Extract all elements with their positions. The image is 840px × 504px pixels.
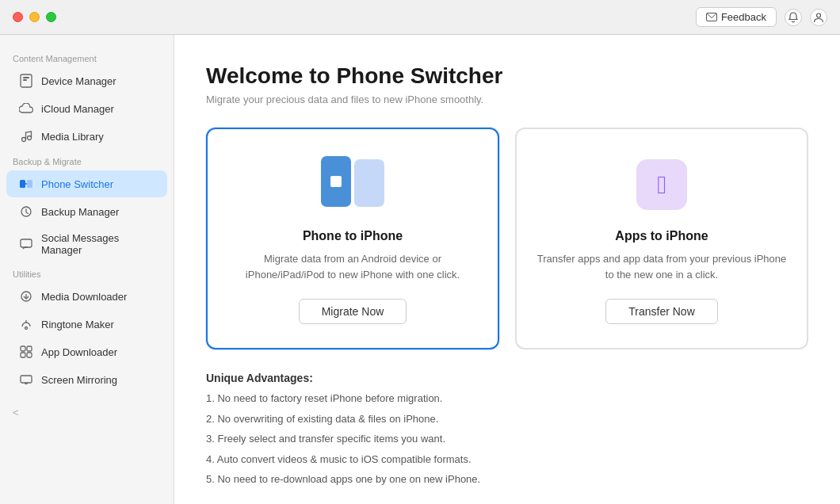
backup-icon [19, 204, 33, 219]
transfer-now-button[interactable]: Transfer Now [605, 299, 718, 324]
advantage-item-5: 5. No need to re-download apps one by on… [206, 472, 808, 487]
feedback-button[interactable]: Feedback [696, 7, 777, 27]
sidebar-item-label: Social Messages Manager [41, 232, 155, 256]
sidebar: Content Management Device Manager iCloud… [0, 35, 174, 504]
sidebar-item-label: Device Manager [41, 75, 116, 87]
collapse-sidebar-button[interactable]: < [13, 407, 19, 418]
card-phone-to-iphone-desc: Migrate data from an Android device or i… [227, 251, 479, 283]
sidebar-item-label: App Downloader [41, 346, 117, 358]
sidebar-item-device-manager[interactable]: Device Manager [6, 67, 167, 94]
advantage-item-4: 4. Auto convert videos & music to iOS co… [206, 452, 808, 468]
music-icon [19, 129, 33, 143]
apps-to-iphone-icon:  [630, 153, 693, 216]
svg-point-6 [28, 136, 32, 140]
svg-rect-3 [23, 77, 29, 78]
sidebar-item-media-library[interactable]: Media Library [6, 123, 167, 150]
sidebar-item-icloud-manager[interactable]: iCloud Manager [6, 95, 167, 122]
sidebar-item-media-downloader[interactable]: Media Downloader [6, 283, 167, 310]
sidebar-item-label: Phone Switcher [41, 178, 113, 190]
migrate-now-button[interactable]: Migrate Now [299, 299, 407, 324]
section-label-utilities: Utilities [0, 263, 174, 282]
bell-icon [788, 12, 799, 23]
profile-button[interactable] [810, 9, 827, 26]
svg-rect-19 [27, 353, 32, 357]
ringtone-icon [19, 317, 33, 331]
svg-rect-16 [21, 346, 25, 351]
page-subtitle: Migrate your precious data and files to … [206, 94, 808, 105]
card-phone-to-iphone[interactable]: Phone to iPhone Migrate data from an And… [206, 128, 499, 349]
sidebar-item-label: Ringtone Maker [41, 319, 114, 330]
card-apps-to-iphone-desc: Transfer apps and app data from your pre… [536, 251, 788, 283]
cloud-icon [19, 101, 33, 116]
section-label-content: Content Management [0, 48, 174, 67]
advantage-item-1: 1. No need to factory reset iPhone befor… [206, 391, 808, 407]
sidebar-item-label: Media Library [41, 131, 104, 143]
mail-icon [706, 13, 717, 21]
close-button[interactable] [13, 12, 23, 22]
minimize-button[interactable] [29, 12, 40, 22]
card-apps-to-iphone[interactable]:  Apps to iPhone Transfer apps and app d… [515, 128, 808, 349]
phone-to-iphone-icon [321, 153, 384, 216]
svg-rect-7 [20, 180, 25, 188]
titlebar-right: Feedback [696, 7, 827, 27]
traffic-lights [13, 12, 56, 22]
app-icon [19, 345, 33, 359]
svg-point-5 [22, 138, 26, 142]
card-apps-to-iphone-title: Apps to iPhone [615, 229, 708, 243]
user-icon [813, 12, 824, 23]
sidebar-item-label: Media Downloader [41, 291, 127, 303]
svg-rect-18 [21, 353, 25, 357]
cards-row: Phone to iPhone Migrate data from an And… [206, 128, 808, 349]
phone-switcher-icon [19, 177, 33, 191]
svg-rect-4 [23, 79, 27, 81]
svg-rect-17 [27, 346, 32, 351]
main-content: Welcome to Phone Switcher Migrate your p… [174, 35, 840, 504]
notification-button[interactable] [785, 9, 802, 26]
mirror-icon [19, 372, 33, 387]
advantage-item-2: 2. No overwriting of existing data & fil… [206, 411, 808, 427]
sidebar-item-social-messages[interactable]: Social Messages Manager [6, 226, 167, 262]
svg-point-14 [25, 327, 28, 330]
sidebar-item-label: Screen Mirroring [41, 374, 117, 386]
page-title: Welcome to Phone Switcher [206, 63, 808, 89]
sidebar-item-ringtone-maker[interactable]: Ringtone Maker [6, 311, 167, 338]
sidebar-item-label: Backup Manager [41, 206, 119, 218]
advantage-item-3: 3. Freely select and transfer specific i… [206, 431, 808, 447]
svg-point-1 [817, 13, 821, 17]
svg-rect-11 [21, 239, 32, 247]
advantages-list: 1. No need to factory reset iPhone befor… [206, 391, 808, 487]
app-body: Content Management Device Manager iCloud… [0, 35, 840, 504]
section-label-backup: Backup & Migrate [0, 151, 174, 170]
sidebar-item-screen-mirroring[interactable]: Screen Mirroring [6, 366, 167, 393]
svg-rect-8 [27, 180, 32, 188]
svg-rect-20 [21, 376, 32, 383]
maximize-button[interactable] [46, 12, 56, 22]
sidebar-item-phone-switcher[interactable]: Phone Switcher [6, 170, 167, 197]
sidebar-item-backup-manager[interactable]: Backup Manager [6, 198, 167, 225]
device-icon [19, 74, 33, 88]
app-store-glyph:  [657, 170, 666, 200]
sidebar-item-label: iCloud Manager [41, 103, 114, 115]
advantages-title: Unique Advantages: [206, 372, 808, 384]
message-icon [19, 237, 33, 251]
titlebar: Feedback [0, 0, 840, 35]
sidebar-item-app-downloader[interactable]: App Downloader [6, 338, 167, 365]
card-phone-to-iphone-title: Phone to iPhone [303, 229, 403, 243]
download-icon [19, 289, 33, 304]
